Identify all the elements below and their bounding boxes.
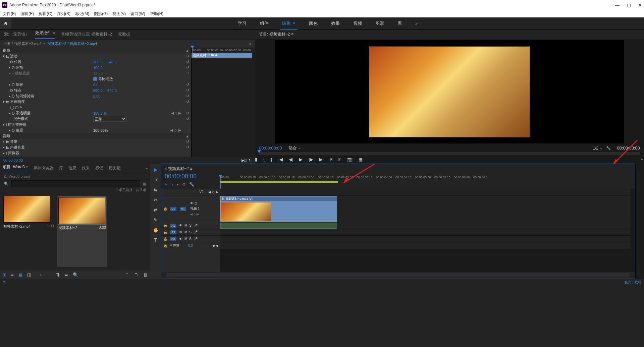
track-a2[interactable]: A2 bbox=[170, 230, 176, 234]
snap-icon[interactable]: ⌖ bbox=[165, 182, 167, 187]
voiceover-icon[interactable]: 🎤 bbox=[194, 224, 198, 227]
program-tab[interactable]: 节目: 视频素材~2 bbox=[259, 32, 290, 37]
anchor-x[interactable]: 960.0 bbox=[93, 89, 103, 93]
settings-icon[interactable]: ⚙ bbox=[182, 182, 186, 187]
menu-window[interactable]: 窗口(W) bbox=[130, 11, 145, 17]
sync-lock-icon[interactable]: ⊙ bbox=[195, 201, 197, 205]
minimize-button[interactable]: — bbox=[615, 3, 620, 8]
find-icon[interactable]: 🔍 bbox=[73, 272, 78, 277]
reset-icon[interactable]: ↺ bbox=[186, 65, 189, 70]
effect-mini-timeline[interactable]: :00:00 00:00:01:00 00:00:02:00 00:00 视频素… bbox=[191, 48, 255, 157]
timeline-ruler[interactable]: :00:00 00:00:00:15 00:00:01:00 00:00:01:… bbox=[220, 164, 635, 189]
ws-assembly[interactable]: 组件 bbox=[258, 17, 271, 30]
tab-source[interactable]: 源:（无剪辑） bbox=[4, 32, 29, 37]
tab-history[interactable]: 历史记 bbox=[109, 165, 121, 171]
go-to-in-icon[interactable]: |◀ bbox=[278, 157, 283, 162]
lock-icon[interactable]: 🔒 bbox=[163, 224, 167, 227]
ws-graphics[interactable]: 图形 bbox=[373, 17, 386, 30]
freeform-icon[interactable]: ◫ bbox=[27, 272, 31, 277]
reset-icon[interactable]: ↺ bbox=[186, 88, 189, 93]
tab-effects[interactable]: 效果 bbox=[82, 165, 90, 171]
markers-icon[interactable]: ▾ bbox=[177, 182, 179, 187]
ws-libraries[interactable]: 库 bbox=[395, 17, 404, 30]
step-back-icon[interactable]: ◀| bbox=[289, 157, 293, 162]
icon-view-icon[interactable]: ▦ bbox=[18, 272, 22, 277]
search-input[interactable] bbox=[11, 180, 140, 187]
menu-graphics[interactable]: 图形(G) bbox=[94, 11, 108, 17]
opacity-value[interactable]: 100.0 % bbox=[93, 111, 107, 115]
fx-channel-volume[interactable]: 声道音量 bbox=[10, 145, 25, 150]
reset-icon[interactable]: ↺ bbox=[186, 100, 189, 104]
project-item[interactable]: 视频素材~23:00 bbox=[57, 196, 107, 267]
reset-icon[interactable]: ↺ bbox=[186, 139, 189, 144]
new-bin-button[interactable]: 🗀 bbox=[125, 272, 129, 277]
mute-button[interactable]: M bbox=[184, 224, 187, 227]
timeline-zoom-scroll[interactable] bbox=[166, 273, 630, 277]
menu-edit[interactable]: 编辑(E) bbox=[20, 11, 34, 17]
filmstrip-icon[interactable]: ⊞ bbox=[3, 272, 6, 277]
type-tool[interactable]: T bbox=[152, 237, 159, 243]
sequence-name[interactable]: 视频素材~2 bbox=[168, 166, 189, 171]
track-v1[interactable]: V1 bbox=[180, 207, 186, 211]
menu-marker[interactable]: 标记(M) bbox=[75, 11, 89, 17]
automate-icon[interactable]: ≣ bbox=[64, 272, 68, 277]
linked-sel-icon[interactable]: ∩ bbox=[170, 182, 173, 187]
new-item-button[interactable]: 🗋 bbox=[134, 272, 139, 277]
timeline-tracks[interactable]: fx视频素材~2.mp4 [V] bbox=[220, 189, 635, 272]
selection-tool[interactable]: ▶ bbox=[152, 166, 159, 173]
reset-icon[interactable]: ↺ bbox=[186, 117, 189, 121]
toggle-output-icon[interactable]: 👁 bbox=[190, 201, 194, 205]
program-viewport[interactable] bbox=[275, 40, 624, 143]
ws-editing[interactable]: 编辑≡ bbox=[280, 17, 298, 30]
clear-button[interactable]: 🗑 bbox=[143, 272, 148, 277]
zoom-slider[interactable]: —○—— bbox=[36, 272, 52, 277]
uniform-scale-checkbox[interactable] bbox=[93, 77, 97, 81]
toggle-icon[interactable]: ▶□ bbox=[241, 158, 247, 162]
fx-opacity[interactable]: 不透明度 bbox=[10, 99, 25, 104]
wrench-icon[interactable]: 🔧 bbox=[189, 182, 194, 187]
program-scrubber[interactable] bbox=[259, 152, 640, 155]
home-icon[interactable] bbox=[0, 18, 11, 29]
maximize-button[interactable]: ▢ bbox=[627, 3, 631, 8]
speed-value[interactable]: 100.00% bbox=[93, 128, 108, 132]
fx-volume[interactable]: 音量 bbox=[10, 139, 17, 144]
mask-ellipse-icon[interactable]: ◯ bbox=[10, 105, 14, 110]
fx-motion[interactable]: 运动 bbox=[10, 54, 17, 59]
export-frame-icon[interactable]: 📷 bbox=[347, 157, 353, 162]
track-v2[interactable]: V2 bbox=[199, 190, 203, 194]
play-icon[interactable]: ▶ bbox=[299, 157, 303, 162]
extract-icon[interactable]: ⎗ bbox=[338, 157, 341, 162]
menu-view[interactable]: 视图(V) bbox=[112, 11, 126, 17]
expand-icon[interactable]: ▶◀ bbox=[213, 244, 218, 247]
lock-icon[interactable]: 🔒 bbox=[163, 244, 167, 247]
list-view-icon[interactable]: ≡ bbox=[11, 272, 14, 277]
mark-in-icon[interactable]: { bbox=[263, 157, 265, 162]
zoom-fit[interactable]: 适合 ⌄ bbox=[289, 145, 301, 151]
ws-color[interactable]: 颜色 bbox=[307, 17, 320, 30]
fx-time-remap[interactable]: 时间重映射 bbox=[8, 122, 26, 127]
tab-metadata[interactable]: 元数据 bbox=[118, 32, 130, 37]
step-forward-icon[interactable]: |▶ bbox=[309, 157, 313, 162]
resolution-select[interactable]: 1/2 ⌄ bbox=[593, 146, 603, 151]
lock-icon[interactable]: 🔒 bbox=[163, 207, 167, 211]
mask-pen-icon[interactable]: ✎ bbox=[19, 105, 22, 110]
menu-sequence[interactable]: 序列(S) bbox=[57, 11, 70, 17]
reset-icon[interactable]: ↺ bbox=[186, 111, 189, 115]
comparison-icon[interactable]: ▦ bbox=[359, 157, 363, 162]
sort-icon[interactable]: ⇅ bbox=[56, 272, 60, 277]
reset-icon[interactable]: ↺ bbox=[186, 82, 189, 87]
sync-icon[interactable]: ⟳ bbox=[3, 280, 6, 285]
anchor-y[interactable]: 540.0 bbox=[107, 89, 117, 93]
tab-effect-controls[interactable]: 效果控件 ≡ bbox=[35, 30, 55, 39]
reset-icon[interactable]: ↺ bbox=[186, 145, 189, 150]
mask-rect-icon[interactable]: ▢ bbox=[15, 105, 18, 110]
add-marker-icon[interactable]: ▮ bbox=[255, 157, 257, 162]
crumb-sequence[interactable]: 视频素材~2 * 视频素材~2.mp4 bbox=[47, 41, 97, 46]
ws-effects[interactable]: 效果 bbox=[329, 17, 342, 30]
slip-tool[interactable]: ⇄ bbox=[152, 207, 159, 213]
loop-icon[interactable]: ↻ bbox=[249, 158, 252, 162]
track-select-tool[interactable]: ⇥ bbox=[152, 176, 159, 183]
reset-icon[interactable]: ↺ bbox=[186, 54, 189, 58]
tab-media-browser[interactable]: 媒体浏览器 bbox=[34, 165, 54, 171]
fx-panner[interactable]: 声像器 bbox=[8, 151, 19, 156]
